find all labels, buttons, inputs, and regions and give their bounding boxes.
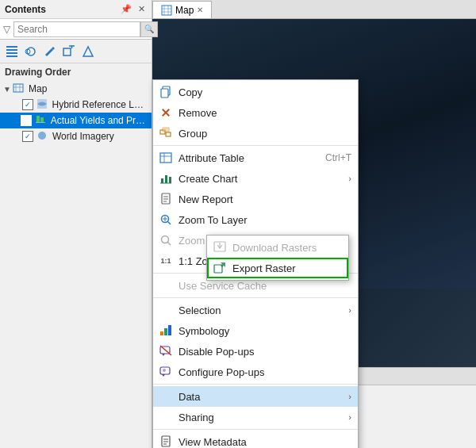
- tree-item-world[interactable]: ✓ World Imagery: [0, 128, 152, 144]
- table-icon: [158, 150, 174, 166]
- new-report-label: New Report: [178, 193, 351, 205]
- submenu-item-export[interactable]: Export Raster: [207, 258, 348, 278]
- tree-view: ▼ Map ✓ Hybrid Reference Layer ✓: [0, 79, 152, 448]
- zoom-visible-icon: [158, 232, 174, 248]
- menu-item-new-report[interactable]: New Report: [153, 189, 358, 209]
- hybrid-label: Hybrid Reference Layer: [52, 99, 149, 110]
- svg-rect-31: [169, 177, 171, 183]
- selection-icon: [158, 302, 174, 318]
- tree-item-yields[interactable]: ✓ Actual Yields and Production: [0, 113, 152, 128]
- search-input[interactable]: [13, 21, 140, 37]
- world-icon: [36, 130, 49, 143]
- symbology-label: Symbology: [178, 325, 351, 337]
- data-icon: [158, 389, 174, 404]
- svg-rect-6: [63, 48, 71, 56]
- sharing-label: Sharing: [178, 412, 345, 423]
- selection-arrow: ›: [348, 305, 351, 315]
- menu-item-copy[interactable]: Copy: [153, 82, 358, 102]
- svg-rect-24: [166, 132, 171, 136]
- svg-rect-2: [6, 46, 17, 48]
- add-button[interactable]: [60, 43, 78, 60]
- svg-rect-10: [13, 84, 23, 92]
- submenu-item-download[interactable]: Download Rasters: [207, 237, 348, 258]
- configure-popups-label: Configure Pop-ups: [178, 366, 351, 378]
- export-icon: [212, 260, 228, 276]
- separator-1: [153, 145, 358, 146]
- menu-item-configure-popups[interactable]: Configure Pop-ups: [153, 362, 358, 382]
- create-chart-label: Create Chart: [178, 173, 345, 185]
- svg-rect-25: [163, 128, 169, 132]
- menu-item-remove[interactable]: Remove: [153, 102, 358, 123]
- add-layer-button[interactable]: [3, 43, 21, 60]
- tree-item-hybrid[interactable]: ✓ Hybrid Reference Layer: [0, 97, 152, 113]
- service-cache-label: Use Service Cache: [178, 280, 351, 292]
- svg-rect-26: [160, 153, 171, 163]
- menu-item-attribute-table[interactable]: Attribute Table Ctrl+T: [153, 147, 358, 168]
- copy-label: Copy: [178, 86, 351, 98]
- svg-rect-14: [36, 122, 45, 123]
- search-bar: ▽ 🔍: [0, 19, 152, 40]
- svg-line-38: [167, 221, 171, 224]
- contents-header-icons: 📌 ✕: [119, 3, 147, 15]
- svg-rect-0: [6, 49, 17, 51]
- hybrid-checkbox[interactable]: ✓: [22, 99, 33, 110]
- svg-rect-20: [161, 89, 168, 98]
- menu-item-group[interactable]: Group: [153, 123, 358, 144]
- data-arrow: ›: [348, 392, 351, 401]
- menu-item-zoom-layer[interactable]: Zoom To Layer: [153, 209, 358, 230]
- yields-checkbox[interactable]: ✓: [21, 115, 32, 126]
- data-label: Data: [178, 391, 345, 403]
- remove-icon: [158, 105, 174, 121]
- close-icon[interactable]: ✕: [136, 3, 147, 15]
- configure-popup-icon: [158, 364, 174, 380]
- menu-item-data[interactable]: Data ›: [153, 386, 358, 407]
- layer-toolbar: [0, 40, 152, 63]
- svg-rect-45: [168, 325, 171, 335]
- contents-panel: Contents 📌 ✕ ▽ 🔍: [0, 0, 152, 448]
- svg-rect-1: [6, 52, 17, 54]
- group-icon: [158, 125, 174, 141]
- pin-icon[interactable]: 📌: [119, 3, 133, 15]
- view-metadata-label: View Metadata: [178, 436, 351, 448]
- hybrid-icon: [36, 98, 49, 111]
- app-container: Contents 📌 ✕ ▽ 🔍: [0, 0, 476, 448]
- contents-header: Contents 📌 ✕: [0, 0, 152, 19]
- menu-item-selection[interactable]: Selection ›: [153, 300, 358, 320]
- group-button[interactable]: [22, 43, 40, 60]
- search-button[interactable]: 🔍: [140, 21, 158, 37]
- world-checkbox[interactable]: ✓: [22, 131, 33, 142]
- disable-popups-label: Disable Pop-ups: [178, 346, 351, 358]
- menu-item-symbology[interactable]: Symbology: [153, 320, 358, 341]
- tree-item-map[interactable]: ▼ Map: [0, 81, 152, 97]
- visibility-button[interactable]: [79, 43, 97, 60]
- map-tab[interactable]: Map ✕: [152, 1, 212, 18]
- contents-title: Contents: [5, 4, 46, 15]
- group-label: Group: [178, 128, 351, 140]
- drawing-order-label: Drawing Order: [0, 63, 152, 79]
- menu-item-create-chart[interactable]: Create Chart ›: [153, 168, 358, 189]
- report-icon: [158, 191, 174, 207]
- svg-rect-13: [40, 117, 44, 122]
- menu-item-sharing[interactable]: Sharing ›: [153, 407, 358, 427]
- edit-button[interactable]: [41, 43, 59, 60]
- zoom-icon: [158, 212, 174, 228]
- map-tab-icon: [161, 5, 172, 16]
- separator-5: [153, 429, 358, 430]
- disable-popup-icon: [158, 343, 174, 359]
- service-cache-icon: [158, 278, 174, 293]
- filter-icon: ▽: [3, 24, 10, 35]
- map-tab-label: Map: [175, 5, 194, 16]
- menu-item-disable-popups[interactable]: Disable Pop-ups: [153, 341, 358, 362]
- data-submenu: Download Rasters Export Raster: [206, 235, 349, 281]
- menu-item-view-metadata[interactable]: View Metadata: [153, 431, 358, 448]
- copy-icon: [158, 84, 174, 100]
- svg-rect-43: [160, 331, 163, 335]
- create-chart-arrow: ›: [348, 174, 351, 183]
- world-label: World Imagery: [52, 131, 114, 142]
- map-label: Map: [29, 83, 47, 94]
- svg-rect-18: [162, 6, 171, 15]
- symbology-icon: [158, 323, 174, 339]
- map-tab-close[interactable]: ✕: [197, 6, 203, 14]
- map-tab-bar: Map ✕: [152, 0, 476, 19]
- yields-icon: [35, 114, 48, 127]
